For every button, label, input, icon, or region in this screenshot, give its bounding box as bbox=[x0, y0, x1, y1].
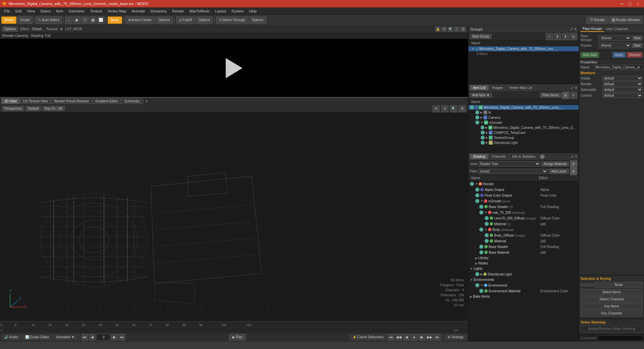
frame-input[interactable] bbox=[97, 334, 110, 341]
group-item-0[interactable]: ▼ ◈ Mirrorless_Digital_Camera_with_70_20… bbox=[469, 46, 579, 51]
far-tab-user-channels[interactable]: User Channels bbox=[604, 27, 630, 32]
item-row-5[interactable]: ▶ C CAMPOS_TempCam bbox=[469, 130, 579, 135]
menu-layout[interactable]: Layout bbox=[212, 8, 229, 14]
shader-row-lens-diffuse[interactable]: Lens70_200_Diffuse (Image) Diffuse Color bbox=[469, 215, 579, 221]
shader-row-final-color[interactable]: Final Color Output Final Color bbox=[469, 193, 579, 198]
vp-search-icon[interactable]: 🔍 bbox=[450, 105, 457, 112]
viewport-ctrl-zoom[interactable]: 🔍 bbox=[448, 27, 453, 32]
shading-close-icon[interactable]: × bbox=[575, 154, 577, 159]
audio-button[interactable]: 🔊 Audio bbox=[1, 334, 21, 340]
graph-editor-button[interactable]: 📊 Graph Editor bbox=[22, 334, 52, 340]
viewport-ctrl-menu[interactable]: ☰ bbox=[461, 27, 466, 32]
auto-select-button[interactable]: ↖ Auto Select bbox=[36, 16, 62, 24]
shader-row-mat70[interactable]: ▼ mat_70_200 (Material) bbox=[469, 210, 579, 215]
menu-file[interactable]: File bbox=[1, 8, 13, 14]
render-window-button[interactable]: 🖼 Render Window bbox=[609, 16, 643, 24]
assign-remove-onion-button[interactable]: Assign/Remove Onion Skinning bbox=[581, 326, 643, 332]
item-row-2[interactable]: ▶ C Camera bbox=[469, 115, 579, 120]
menu-help[interactable]: Help bbox=[247, 8, 260, 14]
default-button[interactable]: Default bbox=[25, 106, 41, 111]
tab-vertex-map[interactable]: Vertex Map List bbox=[506, 85, 536, 91]
play-button[interactable]: ▶ Play bbox=[229, 334, 246, 341]
perspective-button[interactable]: Perspective bbox=[2, 106, 24, 111]
itemlist-s-btn[interactable]: S bbox=[562, 92, 569, 99]
view-select[interactable]: Shader Tree bbox=[478, 161, 540, 166]
tab-shading[interactable]: Shading bbox=[470, 154, 488, 159]
key-channels-button[interactable]: Key Channels bbox=[581, 310, 643, 316]
tab-item-list[interactable]: Item List bbox=[470, 85, 489, 91]
shading-f-btn[interactable]: F bbox=[570, 160, 577, 168]
visible-select[interactable]: default bbox=[602, 76, 643, 81]
shader-row-body[interactable]: ▼ Body (Material) bbox=[469, 227, 579, 233]
menu-select[interactable]: Select bbox=[38, 8, 53, 14]
next-frame-button[interactable]: ▶ bbox=[111, 334, 118, 341]
new-pass-group-button[interactable]: New bbox=[632, 36, 643, 41]
prev-frame-button[interactable]: ◀ bbox=[89, 334, 96, 341]
groups-icon-4[interactable]: ⊟ bbox=[570, 33, 577, 40]
tab-gradient-editor[interactable]: Gradient Editor bbox=[93, 98, 121, 104]
groups-icon-1[interactable]: + bbox=[546, 33, 553, 40]
cache-deformers-button[interactable]: ⚡ Cache Deformers bbox=[350, 334, 387, 340]
shading-s-btn[interactable]: S bbox=[570, 168, 577, 175]
groups-expand-icon[interactable]: ⤢ bbox=[570, 27, 573, 32]
item-row-7[interactable]: ▶ L Directional Light bbox=[469, 140, 579, 145]
transport-7[interactable]: ⏭ bbox=[434, 334, 441, 341]
close-button[interactable]: ✕ bbox=[635, 1, 641, 6]
sculpt-button[interactable]: Sculpt bbox=[17, 16, 33, 24]
shader-row-alpha[interactable]: Alpha Output Alpha bbox=[469, 187, 579, 193]
new-group-button[interactable]: New Group bbox=[470, 34, 492, 39]
name-input[interactable] bbox=[594, 65, 643, 70]
shader-row-material-2[interactable]: Material (2) (all) bbox=[469, 221, 579, 227]
options-button-2[interactable]: Options bbox=[196, 16, 213, 24]
groups-icon-3[interactable]: ⬇ bbox=[562, 33, 569, 40]
discard-button[interactable]: Discard bbox=[627, 52, 643, 58]
itemlist-close-icon[interactable]: × bbox=[575, 86, 577, 90]
vp-rotate-icon[interactable]: ⟲ bbox=[432, 105, 440, 112]
menu-view[interactable]: View bbox=[24, 8, 38, 14]
shader-row-nodes[interactable]: ▶ Nodes bbox=[469, 261, 579, 266]
options-button-3[interactable]: Options bbox=[249, 16, 266, 24]
vp-reset-icon[interactable]: ↺ bbox=[441, 105, 448, 112]
transport-3[interactable]: ◀ bbox=[403, 334, 410, 341]
assign-material-button[interactable]: Assign Material bbox=[541, 161, 569, 166]
settings-button[interactable]: ⚙ Settings bbox=[444, 334, 467, 340]
transport-4[interactable]: ● bbox=[411, 334, 418, 341]
animated-button[interactable]: Animated ▼ bbox=[53, 334, 77, 340]
shader-row-env-material[interactable]: Environment Material Environment Color bbox=[469, 288, 579, 294]
filter-select[interactable]: (none) bbox=[478, 169, 548, 174]
item-row-4[interactable]: ▶ M Mirrorless_Digital_Camera_with_70_20… bbox=[469, 125, 579, 130]
mode-icon-4[interactable]: ▦ bbox=[89, 16, 97, 24]
tab-channels[interactable]: Channels bbox=[489, 154, 509, 159]
options-button-1[interactable]: Options bbox=[155, 16, 173, 24]
itemlist-f-btn[interactable]: F bbox=[570, 92, 577, 99]
command-input[interactable] bbox=[597, 336, 643, 341]
menu-dynamics[interactable]: Dynamics bbox=[148, 8, 169, 14]
transport-5[interactable]: ▶ bbox=[419, 334, 425, 341]
far-tab-pass-groups[interactable]: Pass Groups bbox=[581, 26, 604, 32]
menu-item[interactable]: Item bbox=[53, 8, 66, 14]
tab-uv-texture[interactable]: UV Texture View bbox=[20, 98, 51, 104]
pass-groups-select[interactable]: (None) bbox=[598, 35, 631, 41]
ray-gl-button[interactable]: Ray GL: Off bbox=[42, 106, 65, 111]
none-button[interactable]: None bbox=[595, 282, 643, 288]
menu-vertex-map[interactable]: Vertex Map bbox=[105, 8, 129, 14]
shader-row-m2modo[interactable]: ▼ m2modo (Item) bbox=[469, 198, 579, 204]
viewport-3d-canvas[interactable]: X Y Z No Items Polygons : Face Channels … bbox=[0, 112, 468, 321]
locked-select[interactable]: default bbox=[602, 93, 643, 98]
shader-row-dir-light[interactable]: ▶ Directional Light bbox=[469, 271, 579, 277]
itemlist-expand-icon[interactable]: ⤢ bbox=[571, 86, 574, 90]
menu-edit[interactable]: Edit bbox=[13, 8, 24, 14]
viewport-ctrl-sync[interactable]: ↺ bbox=[441, 27, 447, 32]
auto-add-button[interactable]: Auto Add bbox=[581, 52, 599, 58]
mode-icon-2[interactable]: ◉ bbox=[73, 16, 80, 24]
transport-6[interactable]: ▶▶ bbox=[426, 334, 433, 341]
tab-schematic[interactable]: Schematic bbox=[121, 98, 143, 104]
menu-geometry[interactable]: Geometry bbox=[66, 8, 87, 14]
tab-images[interactable]: Images bbox=[489, 85, 506, 91]
mode-icon-3[interactable]: ⬡ bbox=[81, 16, 89, 24]
select-channels-button[interactable]: Select Channels bbox=[581, 296, 643, 302]
menu-system[interactable]: System bbox=[229, 8, 247, 14]
vp-menu-icon[interactable]: ☰ bbox=[459, 105, 466, 112]
options-render-btn[interactable]: Options bbox=[2, 27, 18, 32]
groups-close-icon[interactable]: × bbox=[574, 27, 577, 32]
